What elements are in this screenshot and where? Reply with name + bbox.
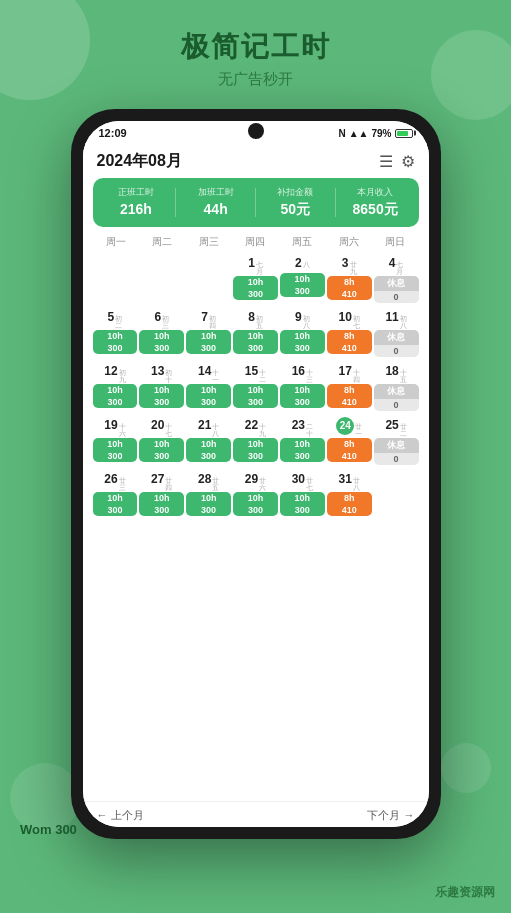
settings-icon[interactable]: ⚙ <box>401 152 415 171</box>
stat-overtime-value: 44h <box>178 201 253 217</box>
cal-day-7[interactable]: 7 初四 10h 300 <box>186 309 231 361</box>
stat-income-label: 本月收入 <box>338 186 413 199</box>
cal-day-26[interactable]: 26 廿三 10h 300 <box>93 471 138 523</box>
cal-day-9[interactable]: 9 初八 10h 300 <box>280 309 325 361</box>
stat-overtime-label: 加班工时 <box>178 186 253 199</box>
cal-day-14[interactable]: 14 十一 10h 300 <box>186 363 231 415</box>
status-wifi: ▲▲ <box>349 128 369 139</box>
stat-deduction: 补扣金额 50元 <box>258 186 333 219</box>
app-header: 极简记工时 无广告秒开 <box>0 0 511 99</box>
wom-label: Wom 300 <box>20 822 77 837</box>
day-card-rest: 休息 0 <box>374 276 419 303</box>
status-nfc: N <box>338 128 345 139</box>
calendar-grid: 1 七月 10h 300 2 八 <box>93 255 419 523</box>
phone-screen: 12:09 N ▲▲ 79% 2024年08月 ☰ ⚙ <box>83 121 429 827</box>
cal-day-20[interactable]: 20 十七 10h 300 <box>139 417 184 469</box>
cal-day-16[interactable]: 16 十三 10h 300 <box>280 363 325 415</box>
cal-empty-2 <box>139 255 184 307</box>
stat-overtime: 加班工时 44h <box>178 186 253 219</box>
app-title: 极简记工时 <box>0 28 511 66</box>
phone-notch <box>248 123 264 139</box>
cal-day-12[interactable]: 12 初九 10h 300 <box>93 363 138 415</box>
cal-day-27[interactable]: 27 廿四 10h 300 <box>139 471 184 523</box>
cal-day-17[interactable]: 17 十四 8h 410 <box>327 363 372 415</box>
header-icons: ☰ ⚙ <box>379 152 415 171</box>
status-time: 12:09 <box>99 127 127 139</box>
cal-day-3[interactable]: 3 廿九 8h 410 <box>327 255 372 307</box>
weekday-mon: 周一 <box>93 233 140 251</box>
weekday-sat: 周六 <box>325 233 372 251</box>
phone-body: 12:09 N ▲▲ 79% 2024年08月 ☰ ⚙ <box>71 109 441 839</box>
status-right: N ▲▲ 79% <box>338 128 412 139</box>
cal-day-28[interactable]: 28 廿五 10h 300 <box>186 471 231 523</box>
stat-regular-label: 正班工时 <box>99 186 174 199</box>
stat-income: 本月收入 8650元 <box>338 186 413 219</box>
stat-income-value: 8650元 <box>338 201 413 219</box>
list-icon[interactable]: ☰ <box>379 152 393 171</box>
cal-day-18[interactable]: 18 十五 休息 0 <box>374 363 419 415</box>
weekday-fri: 周五 <box>279 233 326 251</box>
weekday-tue: 周二 <box>139 233 186 251</box>
cal-empty-3 <box>186 255 231 307</box>
battery-icon <box>395 129 413 138</box>
stat-deduction-label: 补扣金额 <box>258 186 333 199</box>
weekday-sun: 周日 <box>372 233 419 251</box>
cal-day-6[interactable]: 6 初三 10h 300 <box>139 309 184 361</box>
cal-empty-1 <box>93 255 138 307</box>
weekday-thu: 周四 <box>232 233 279 251</box>
cal-day-24-today[interactable]: 24 廿一 8h 410 <box>327 417 372 469</box>
prev-month-btn[interactable]: ← 上个月 <box>97 808 144 823</box>
cal-day-15[interactable]: 15 十二 10h 300 <box>233 363 278 415</box>
cal-day-11[interactable]: 11 初八 休息 0 <box>374 309 419 361</box>
stats-bar: 正班工时 216h 加班工时 44h 补扣金额 50元 本 <box>93 178 419 227</box>
cal-day-5[interactable]: 5 初二 10h 300 <box>93 309 138 361</box>
next-month-btn[interactable]: 下个月 → <box>367 808 414 823</box>
day-card-green: 10h 300 <box>233 276 278 300</box>
month-title: 2024年08月 <box>97 151 182 172</box>
calendar: 周一 周二 周三 周四 周五 周六 周日 <box>83 227 429 801</box>
day-card-orange: 8h 410 <box>327 276 372 300</box>
weekday-wed: 周三 <box>186 233 233 251</box>
cal-day-29[interactable]: 29 廿六 10h 300 <box>233 471 278 523</box>
cal-day-10[interactable]: 10 初七 8h 410 <box>327 309 372 361</box>
app-content: 2024年08月 ☰ ⚙ 正班工时 216h 加班工时 44h <box>83 143 429 827</box>
day-number: 1 <box>248 255 255 272</box>
stat-deduction-value: 50元 <box>258 201 333 219</box>
status-battery-pct: 79% <box>371 128 391 139</box>
app-subtitle: 无广告秒开 <box>0 70 511 89</box>
weekday-headers: 周一 周二 周三 周四 周五 周六 周日 <box>93 233 419 251</box>
cal-day-25[interactable]: 25 廿二 休息 0 <box>374 417 419 469</box>
day-card: 10h 300 <box>280 273 325 297</box>
cal-day-21[interactable]: 21 十八 10h 300 <box>186 417 231 469</box>
cal-day-19[interactable]: 19 十六 10h 300 <box>93 417 138 469</box>
phone-mockup: 12:09 N ▲▲ 79% 2024年08月 ☰ ⚙ <box>0 109 511 839</box>
month-header: 2024年08月 ☰ ⚙ <box>83 143 429 178</box>
cal-day-4[interactable]: 4 七月 休息 0 <box>374 255 419 307</box>
day-lunar: 七月 <box>256 261 263 275</box>
watermark: 乐趣资源网 <box>435 884 495 901</box>
cal-day-13[interactable]: 13 初十 10h 300 <box>139 363 184 415</box>
cal-day-8[interactable]: 8 初五 10h 300 <box>233 309 278 361</box>
cal-day-31[interactable]: 31 廿八 8h 410 <box>327 471 372 523</box>
stat-regular-hours: 正班工时 216h <box>99 186 174 219</box>
cal-empty-end <box>374 471 419 523</box>
wom-badge: Wom 300 <box>20 820 77 838</box>
stat-regular-value: 216h <box>99 201 174 217</box>
cal-day-22[interactable]: 22 十九 10h 300 <box>233 417 278 469</box>
cal-day-23[interactable]: 23 二十 10h 300 <box>280 417 325 469</box>
cal-day-2[interactable]: 2 八 10h 300 <box>280 255 325 307</box>
cal-day-1[interactable]: 1 七月 10h 300 <box>233 255 278 307</box>
cal-day-30[interactable]: 30 廿七 10h 300 <box>280 471 325 523</box>
nav-footer: ← 上个月 下个月 → <box>83 801 429 827</box>
